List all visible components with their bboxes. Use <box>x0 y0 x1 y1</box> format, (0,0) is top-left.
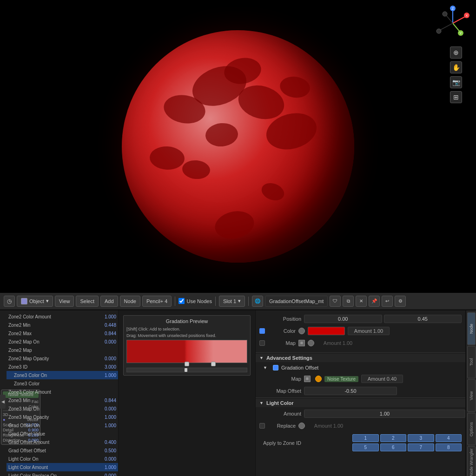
map-offset-value[interactable]: -0.50 <box>304 387 397 395</box>
node-row-light-color-amount: Light Color Amount 1.000 <box>7 463 118 471</box>
position-values: 0.00 0.45 <box>304 315 462 323</box>
object-label: Object <box>29 298 44 304</box>
zone-id-grid: 1 2 3 4 5 6 7 8 <box>349 432 465 453</box>
settings-icon[interactable]: ⚙ <box>395 296 406 307</box>
color-swatch[interactable] <box>308 327 345 335</box>
color-checkbox[interactable] <box>259 328 265 334</box>
light-amount-value[interactable]: 1.00 <box>304 410 465 418</box>
center-panel: Gradation Preview [Shift] Click: Add to … <box>119 311 256 476</box>
planet-sphere <box>122 30 354 263</box>
zone-btn-5[interactable]: 5 <box>352 443 379 451</box>
svg-point-10 <box>436 29 441 33</box>
zone-btn-4[interactable]: 4 <box>436 434 462 442</box>
zone-btn-2[interactable]: 2 <box>380 434 407 442</box>
selector-bar[interactable] <box>126 368 247 372</box>
svg-point-12 <box>443 12 447 16</box>
zoom-tool[interactable]: ⊕ <box>450 46 462 59</box>
back-icon[interactable]: ↩ <box>382 296 393 307</box>
sidebar-tab-options[interactable]: Options <box>467 413 476 445</box>
light-amount-row: Amount 1.00 <box>256 408 465 419</box>
position-x-value[interactable]: 0.00 <box>304 315 382 323</box>
separator3 <box>248 297 249 306</box>
camera-tool[interactable]: 📷 <box>450 76 462 88</box>
svg-line-9 <box>440 23 453 30</box>
grad-offset-checkbox[interactable] <box>273 365 278 370</box>
zone-btn-3[interactable]: 3 <box>408 434 434 442</box>
preview-info2: Drag: Movement with unselected positions… <box>126 333 247 338</box>
node-row-zone3-id: Zone3 ID 3.000 <box>7 363 118 371</box>
map-circle-icon <box>308 340 314 346</box>
collapse-arrow[interactable]: ◀ <box>0 395 6 409</box>
color-stop-2[interactable] <box>211 362 216 366</box>
viewport-gizmo[interactable]: Z X Y <box>434 5 471 42</box>
sidebar-tab-view[interactable]: View <box>467 379 476 412</box>
hand-tool[interactable]: ✋ <box>450 61 462 73</box>
replace-checkbox[interactable] <box>259 423 265 429</box>
material-shield-icon[interactable]: 🛡 <box>330 296 341 307</box>
material-type-icon[interactable]: 🌐 <box>252 296 263 307</box>
position-row: Position 0.00 0.45 <box>259 313 462 324</box>
replace-row: Replace Amount 1.00 <box>256 420 465 431</box>
slot-chevron: ▾ <box>238 298 241 304</box>
svg-text:Z: Z <box>452 7 454 11</box>
color-stop-1[interactable] <box>185 362 189 366</box>
light-color-label: Light Color <box>266 400 294 406</box>
history-icon[interactable]: ◷ <box>4 296 15 307</box>
view-menu[interactable]: View <box>55 296 74 307</box>
sidebar-tab-node-wrangler[interactable]: Node Wrangler <box>467 446 476 476</box>
map-amount-display: Amount 1.00 <box>317 339 359 347</box>
node-row-zone3-color: Zone3 Color <box>7 379 118 388</box>
sidebar-tab-tool[interactable]: Tool <box>467 346 476 378</box>
material-copy-icon[interactable]: ⧉ <box>343 296 354 307</box>
slot-dropdown[interactable]: Slot 1 ▾ <box>219 296 245 307</box>
grad-map-amount: Amount 0.40 <box>361 375 403 383</box>
node-row-light-color-on: Light Color On 0.000 <box>7 455 118 463</box>
node-row-zone2-map-on: Zone2 Map On 0.000 <box>7 337 118 346</box>
position-y-value[interactable]: 0.45 <box>384 315 462 323</box>
grad-map-label: Map <box>259 376 301 382</box>
pin-icon[interactable]: 📌 <box>369 296 380 307</box>
node-row-zone3-map-on: Zone3 Map On 0.000 <box>7 404 118 413</box>
use-nodes-checkbox[interactable] <box>178 298 185 304</box>
sidebar-tab-node[interactable]: Node <box>467 312 476 345</box>
add-menu[interactable]: Add <box>100 296 118 307</box>
map-checkbox[interactable] <box>259 340 265 346</box>
object-chevron: ▾ <box>46 298 49 304</box>
node-menu[interactable]: Node <box>120 296 140 307</box>
zone-btn-8[interactable]: 8 <box>436 443 462 451</box>
replace-amount: Amount 1.00 <box>308 422 350 430</box>
object-icon <box>21 298 27 304</box>
svg-line-3 <box>453 16 466 23</box>
color-gradient-bar[interactable] <box>126 340 247 363</box>
zone-btn-7[interactable]: 7 <box>408 443 434 451</box>
selector-handle-1[interactable] <box>185 368 187 372</box>
grad-map-row: Map ⊞ Noise Texture Amount 0.40 <box>256 373 465 384</box>
node-row-zone2-color-amount: Zone2 Color Amount 1.000 <box>7 312 118 321</box>
material-close-icon[interactable]: ✕ <box>356 296 367 307</box>
object-dropdown[interactable]: Object ▾ <box>17 296 53 307</box>
map-offset-row: Map Offset -0.50 <box>256 385 465 397</box>
viewport: Z X Y ⊕ ✋ 📷 ⊞ <box>0 0 476 293</box>
advanced-settings-header[interactable]: ▼ Advanced Settings <box>256 354 465 362</box>
material-name-field[interactable]: GradationOffsetMap_mt <box>265 296 328 307</box>
color-row: Color Amount 1.00 <box>259 325 462 337</box>
divider1 <box>256 352 465 353</box>
noise-texture-tag[interactable]: Noise Texture <box>324 376 358 382</box>
position-section: Position 0.00 0.45 Color Amount 1.00 Map… <box>256 311 465 351</box>
light-color-header[interactable]: ▼ Light Color <box>256 399 465 407</box>
gradation-offset-header[interactable]: ▼ Gradation Offset <box>256 363 465 372</box>
node-row-grad-offset-amount: Grad Offset Amount 0.400 <box>7 438 118 446</box>
color-amount-display: Amount 1.00 <box>348 327 390 335</box>
color-circle-icon <box>298 328 305 334</box>
grad-map-icon: ⊞ <box>304 376 311 382</box>
noise-indicator <box>315 376 322 382</box>
map-offset-label: Map Offset <box>259 388 301 394</box>
use-nodes-toggle[interactable]: Use Nodes <box>178 298 212 304</box>
select-menu[interactable]: Select <box>76 296 99 307</box>
node-row-zone3-min: Zone3 Min 0.844 <box>7 396 118 404</box>
pencil-menu[interactable]: Pencil+ 4 <box>142 296 172 307</box>
grid-tool[interactable]: ⊞ <box>450 91 462 103</box>
zone-btn-1[interactable]: 1 <box>352 434 379 442</box>
grad-offset-triangle: ▼ <box>263 365 267 370</box>
zone-btn-6[interactable]: 6 <box>380 443 407 451</box>
